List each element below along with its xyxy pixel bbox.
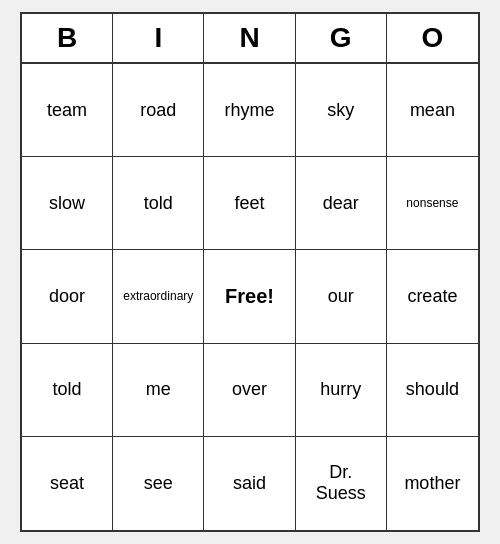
header-letter: G bbox=[296, 14, 387, 62]
header-letter: B bbox=[22, 14, 113, 62]
bingo-cell[interactable]: Dr.Suess bbox=[296, 437, 387, 530]
bingo-cell[interactable]: seat bbox=[22, 437, 113, 530]
bingo-cell[interactable]: dear bbox=[296, 157, 387, 250]
bingo-cell[interactable]: rhyme bbox=[204, 64, 295, 157]
bingo-cell[interactable]: sky bbox=[296, 64, 387, 157]
bingo-cell[interactable]: hurry bbox=[296, 344, 387, 437]
bingo-cell[interactable]: should bbox=[387, 344, 478, 437]
bingo-cell[interactable]: Free! bbox=[204, 250, 295, 343]
bingo-cell[interactable]: over bbox=[204, 344, 295, 437]
header-letter: N bbox=[204, 14, 295, 62]
bingo-cell[interactable]: mother bbox=[387, 437, 478, 530]
bingo-cell[interactable]: slow bbox=[22, 157, 113, 250]
bingo-card: BINGO teamroadrhymeskymeanslowtoldfeetde… bbox=[20, 12, 480, 532]
bingo-cell[interactable]: said bbox=[204, 437, 295, 530]
bingo-cell[interactable]: told bbox=[113, 157, 204, 250]
bingo-cell[interactable]: feet bbox=[204, 157, 295, 250]
bingo-cell[interactable]: door bbox=[22, 250, 113, 343]
bingo-cell[interactable]: road bbox=[113, 64, 204, 157]
bingo-cell[interactable]: nonsense bbox=[387, 157, 478, 250]
bingo-cell[interactable]: see bbox=[113, 437, 204, 530]
bingo-cell[interactable]: create bbox=[387, 250, 478, 343]
bingo-cell[interactable]: extraordinary bbox=[113, 250, 204, 343]
bingo-cell[interactable]: team bbox=[22, 64, 113, 157]
header-letter: I bbox=[113, 14, 204, 62]
bingo-grid: teamroadrhymeskymeanslowtoldfeetdearnons… bbox=[22, 64, 478, 530]
bingo-cell[interactable]: our bbox=[296, 250, 387, 343]
bingo-cell[interactable]: told bbox=[22, 344, 113, 437]
header-letter: O bbox=[387, 14, 478, 62]
bingo-header: BINGO bbox=[22, 14, 478, 64]
bingo-cell[interactable]: me bbox=[113, 344, 204, 437]
bingo-cell[interactable]: mean bbox=[387, 64, 478, 157]
